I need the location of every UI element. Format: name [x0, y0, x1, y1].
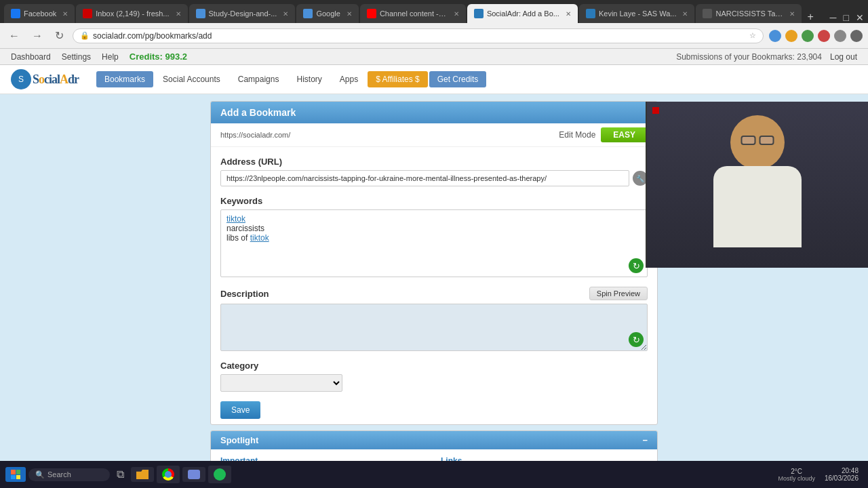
nav-history[interactable]: History — [288, 71, 330, 87]
nav-social-accounts[interactable]: Social Accounts — [155, 71, 229, 87]
edit-mode-wrapper: Edit Mode EASY — [559, 127, 648, 142]
new-tab-button[interactable]: + — [803, 11, 817, 23]
keywords-display: tiktok narcissists libs of tiktok — [220, 209, 648, 277]
easy-mode-button[interactable]: EASY — [601, 127, 648, 142]
webcam-overlay — [646, 102, 868, 268]
taskbar-search-icon: 🔍 — [35, 470, 45, 479]
tab-youtube[interactable]: Channel content - Y... ✕ — [360, 4, 466, 23]
taskbar-search[interactable]: 🔍 Search — [28, 468, 110, 481]
nav-bookmarks[interactable]: Bookmarks — [96, 71, 153, 87]
maximize-button[interactable]: □ — [844, 12, 849, 23]
tab-kevin-close[interactable]: ✕ — [682, 10, 688, 18]
nav-apps[interactable]: Apps — [332, 71, 366, 87]
keyword-tiktok[interactable]: tiktok — [226, 214, 245, 224]
spotlight-collapse-icon[interactable]: − — [642, 435, 648, 445]
tab-facebook-close[interactable]: ✕ — [62, 10, 68, 18]
tab-study[interactable]: Study-Design-and-... ✕ — [189, 4, 296, 23]
chrome-taskbar[interactable] — [157, 466, 180, 483]
discord-icon — [188, 470, 200, 479]
nav-campaigns[interactable]: Campaigns — [230, 71, 288, 87]
record-indicator — [652, 107, 659, 114]
tab-inbox-close[interactable]: ✕ — [176, 10, 181, 18]
form-body: Address (URL) https://23nlpeople.com/nar… — [211, 147, 657, 425]
help-link[interactable]: Help — [102, 52, 119, 62]
category-select[interactable]: Arts Business Computers Health News Soci… — [220, 374, 342, 392]
tab-facebook[interactable]: Facebook ✕ — [4, 4, 75, 23]
dashboard-link[interactable]: Dashboard — [11, 52, 51, 62]
address-bar[interactable]: 🔒 socialadr.com/pg/bookmarks/add ☆ — [73, 28, 764, 43]
tab-study-label: Study-Design-and-... — [209, 9, 277, 18]
nav-affiliates[interactable]: $ Affiliates $ — [368, 71, 428, 87]
breadcrumb-url: https://socialadr.com/ — [220, 131, 290, 139]
description-header: Description Spin Preview — [220, 287, 648, 300]
tab-socialadr[interactable]: SocialAdr: Add a Bo... ✕ — [467, 4, 578, 23]
spin-preview-button[interactable]: Spin Preview — [589, 287, 648, 300]
edit-mode-label: Edit Mode — [559, 130, 595, 140]
description-refresh-icon[interactable]: ↻ — [629, 332, 644, 347]
windows-logo — [11, 470, 20, 479]
tab-inbox[interactable]: Inbox (2,149) - fresh... ✕ — [76, 4, 187, 23]
weather-widget[interactable]: 2°C Mostly cloudy — [778, 468, 815, 482]
spotify-taskbar[interactable] — [208, 466, 231, 483]
forward-button[interactable]: → — [28, 28, 46, 43]
settings-link[interactable]: Settings — [62, 52, 91, 62]
spotlight-header: Spotlight − — [211, 431, 657, 449]
task-view-button[interactable]: ⧉ — [113, 468, 128, 481]
extension-icon-2[interactable] — [785, 30, 797, 42]
tab-youtube-close[interactable]: ✕ — [454, 10, 459, 18]
google-favicon — [303, 9, 313, 18]
extension-icon-3[interactable] — [802, 30, 814, 42]
clock-display[interactable]: 20:48 16/03/2026 — [821, 467, 863, 482]
tab-youtube-label: Channel content - Y... — [380, 9, 448, 18]
weather-desc: Mostly cloudy — [778, 475, 815, 482]
description-group: Description Spin Preview ↻ — [220, 287, 648, 351]
tab-narcissists-close[interactable]: ✕ — [789, 10, 795, 18]
chrome-icon — [162, 468, 174, 481]
weather-temp: 2°C — [791, 468, 802, 475]
tab-google[interactable]: Google ✕ — [296, 4, 358, 23]
app-nav-items: Bookmarks Social Accounts Campaigns Hist… — [96, 71, 486, 87]
youtube-favicon — [367, 9, 376, 18]
study-favicon — [196, 9, 205, 18]
extension-icon-1[interactable] — [769, 30, 781, 42]
address-input[interactable]: socialadr.com/pg/bookmarks/add — [93, 31, 746, 41]
tab-socialadr-label: SocialAdr: Add a Bo... — [487, 9, 559, 18]
description-textarea[interactable] — [220, 304, 648, 351]
tab-study-close[interactable]: ✕ — [283, 10, 288, 18]
file-explorer-taskbar[interactable] — [131, 467, 154, 482]
submissions-display: Submissions of your Bookmarks: 23,904 — [676, 52, 822, 62]
address-input-field[interactable]: https://23nlpeople.com/narcissists-tappi… — [220, 170, 629, 186]
star-icon[interactable]: ☆ — [749, 31, 756, 40]
keywords-group: Keywords tiktok narcissists libs of tikt… — [220, 196, 648, 277]
logo-icon: S — [11, 69, 31, 89]
app-logo: S SocialAdr — [11, 69, 79, 89]
tab-bar: Facebook ✕ Inbox (2,149) - fresh... ✕ St… — [0, 0, 868, 23]
tab-socialadr-close[interactable]: ✕ — [566, 10, 571, 18]
profile-icon[interactable] — [850, 30, 863, 42]
bookmark-form-container: Add a Bookmark https://socialadr.com/ Ed… — [210, 101, 658, 425]
person-glasses — [741, 136, 774, 145]
spotlight-title: Spotlight — [220, 435, 258, 445]
keywords-refresh-icon[interactable]: ↻ — [629, 258, 644, 273]
save-button[interactable]: Save — [220, 401, 260, 419]
save-row: Save — [220, 401, 648, 419]
close-button[interactable]: ✕ — [856, 12, 864, 23]
nav-get-credits[interactable]: Get Credits — [429, 71, 487, 87]
extension-icon-5[interactable] — [834, 30, 846, 42]
start-button[interactable] — [5, 467, 26, 482]
discord-taskbar[interactable] — [182, 467, 205, 482]
back-button[interactable]: ← — [5, 28, 23, 43]
description-area: ↻ — [220, 304, 648, 351]
minimize-button[interactable]: ─ — [830, 12, 837, 23]
tab-google-close[interactable]: ✕ — [347, 10, 352, 18]
tab-narcissists[interactable]: NARCISSISTS Tappi... ✕ — [696, 4, 802, 23]
form-title: Add a Bookmark — [220, 107, 296, 118]
keyword-narcissists: narcissists — [226, 224, 264, 233]
tab-kevin[interactable]: Kevin Laye - SAS Wa... ✕ — [579, 4, 695, 23]
logout-button[interactable]: Log out — [830, 52, 857, 62]
tab-google-label: Google — [316, 9, 340, 18]
keyword-tiktok-2[interactable]: tiktok — [250, 233, 269, 243]
extension-icon-4[interactable] — [818, 30, 830, 42]
category-group: Category Arts Business Computers Health … — [220, 361, 648, 392]
reload-button[interactable]: ↻ — [52, 28, 67, 43]
